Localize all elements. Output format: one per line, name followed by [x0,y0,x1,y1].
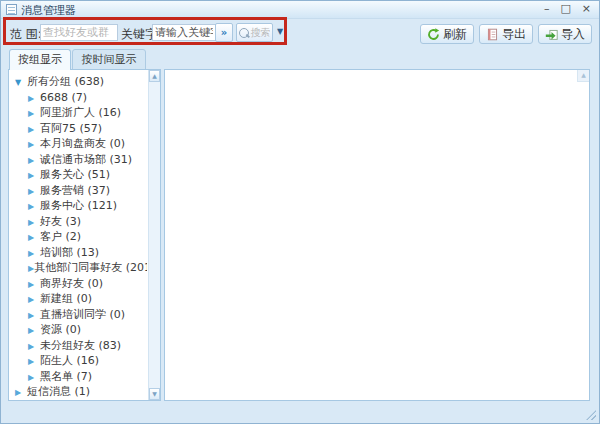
triangle-right-icon[interactable] [28,230,40,243]
tab-group-view[interactable]: 按组显示 [9,49,71,70]
triangle-right-icon[interactable] [28,122,40,135]
maximize-button[interactable]: □ [560,2,570,15]
tree-row[interactable]: 阿里浙广人 (16) [9,105,147,121]
tree-row[interactable]: 直播培训同学 (0) [9,307,147,323]
triangle-right-icon[interactable] [28,323,40,336]
triangle-right-icon[interactable] [28,354,40,367]
refresh-button[interactable]: 刷新 [420,24,474,44]
tree-row-label: 资源 (0) [40,322,81,337]
scope-label: 范 围: [10,26,42,43]
tree-row-sms-messages[interactable]: 短信消息 (1) [9,384,147,399]
export-button[interactable]: 导出 [479,24,533,44]
tree-row[interactable]: 本月询盘商友 (0) [9,136,147,152]
close-button[interactable]: × [582,2,591,15]
triangle-right-icon[interactable] [28,292,40,305]
search-button[interactable]: 搜索 [236,23,273,42]
tree-row-label: 其他部门同事好友 (201) [34,260,147,275]
message-list-panel: ▲ [164,69,590,401]
tree-row-label: 直播培训同学 (0) [40,307,125,322]
group-tree: 所有分组 (638) 6688 (7) 阿里浙广人 (16) 百阿75 (57)… [9,74,147,399]
tree-row-label: 服务中心 (121) [40,198,117,213]
panel-scroll-chip[interactable]: ▲ [577,70,589,82]
tree-row[interactable]: 好友 (3) [9,214,147,230]
tree-row-label: 服务营销 (37) [40,183,110,198]
export-icon [486,28,499,41]
triangle-right-icon[interactable] [28,246,40,259]
tree-row[interactable]: 其他部门同事好友 (201) [9,260,147,276]
tree-row[interactable]: 未分组好友 (83) [9,338,147,354]
group-tree-panel: 所有分组 (638) 6688 (7) 阿里浙广人 (16) 百阿75 (57)… [8,69,161,401]
window-title: 消息管理器 [21,3,76,18]
resize-grip[interactable] [586,410,596,420]
tree-row-label: 所有分组 (638) [27,74,104,89]
scope-search-input[interactable] [40,24,118,41]
search-dropdown-arrow-icon[interactable]: ▼ [277,27,283,36]
tree-row[interactable]: 服务营销 (37) [9,183,147,199]
tree-row-all-groups[interactable]: 所有分组 (638) [9,74,147,90]
triangle-right-icon[interactable] [28,91,40,104]
tree-row-label: 好友 (3) [40,214,81,229]
triangle-right-icon[interactable] [28,339,40,352]
tree-row-label: 未分组好友 (83) [40,338,121,353]
tree-row-label: 新建组 (0) [40,291,92,306]
triangle-right-icon[interactable] [28,184,40,197]
refresh-button-label: 刷新 [443,26,467,43]
tree-row-label: 本月询盘商友 (0) [40,136,125,151]
triangle-down-icon[interactable] [15,75,27,88]
triangle-right-icon[interactable] [28,106,40,119]
tree-row-label: 服务关心 (51) [40,167,110,182]
tree-row-label: 商界好友 (0) [40,276,103,291]
tree-row[interactable]: 服务关心 (51) [9,167,147,183]
import-button-label: 导入 [561,26,585,43]
tree-row[interactable]: 服务中心 (121) [9,198,147,214]
tree-row-label: 黑名单 (7) [40,369,92,384]
tree-row-label: 陌生人 (16) [40,353,99,368]
tree-row-label: 诚信通市场部 (31) [40,152,132,167]
magnifier-icon [239,28,249,38]
minimize-button[interactable]: – [544,2,550,15]
tree-scrollbar[interactable]: ▲ ▼ [148,70,160,400]
tree-row[interactable]: 商界好友 (0) [9,276,147,292]
triangle-right-icon[interactable] [28,215,40,228]
tree-row[interactable]: 黑名单 (7) [9,369,147,385]
triangle-right-icon[interactable] [28,153,40,166]
import-button[interactable]: 导入 [538,24,592,44]
tree-row[interactable]: 百阿75 (57) [9,121,147,137]
tree-row[interactable]: 6688 (7) [9,90,147,106]
tree-row-label: 客户 (2) [40,229,81,244]
keyword-input[interactable] [152,24,216,41]
tree-row[interactable]: 诚信通市场部 (31) [9,152,147,168]
tree-row[interactable]: 新建组 (0) [9,291,147,307]
app-icon [6,4,17,15]
triangle-right-icon[interactable] [28,277,40,290]
triangle-right-icon[interactable] [28,137,40,150]
triangle-right-icon[interactable] [28,199,40,212]
refresh-icon [427,28,440,41]
tree-row-label: 百阿75 (57) [40,121,102,136]
triangle-right-icon[interactable] [15,385,27,398]
tree-row-label: 短信消息 (1) [27,384,90,399]
title-bar: 消息管理器 – □ × [1,1,599,19]
scroll-up-icon[interactable]: ▲ [149,70,160,82]
tab-time-view[interactable]: 按时间显示 [72,49,146,70]
tree-row[interactable]: 资源 (0) [9,322,147,338]
import-icon [545,28,558,41]
triangle-right-icon[interactable] [28,308,40,321]
search-button-label: 搜索 [251,26,271,40]
triangle-right-icon[interactable] [28,168,40,181]
tree-row[interactable]: 客户 (2) [9,229,147,245]
tree-row-label: 培训部 (13) [40,245,99,260]
message-manager-window: 消息管理器 – □ × 范 围: 关键字: » 搜索 ▼ 刷新 导出 导入 按组… [0,0,600,424]
tree-row-label: 6688 (7) [40,91,87,104]
tree-row-label: 阿里浙广人 (16) [40,105,121,120]
triangle-right-icon[interactable] [28,370,40,383]
more-options-button[interactable]: » [215,23,233,42]
tree-row[interactable]: 培训部 (13) [9,245,147,261]
tree-row[interactable]: 陌生人 (16) [9,353,147,369]
export-button-label: 导出 [502,26,526,43]
scroll-down-icon[interactable]: ▼ [149,388,160,400]
